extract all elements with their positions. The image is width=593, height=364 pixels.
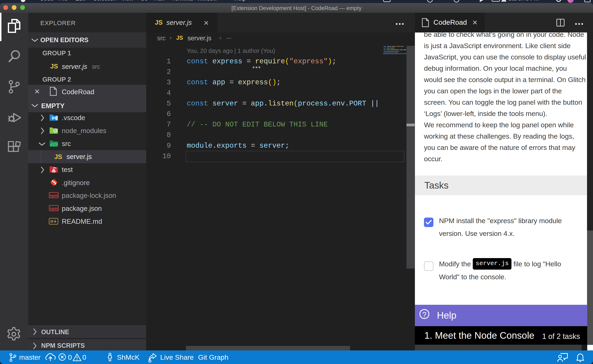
svg-text:npm: npm (50, 207, 58, 211)
svg-text:M: M (50, 219, 53, 224)
svg-text:</>: </> (50, 142, 58, 147)
svg-text:npm: npm (50, 194, 58, 198)
svg-text:JS: JS (54, 130, 57, 132)
